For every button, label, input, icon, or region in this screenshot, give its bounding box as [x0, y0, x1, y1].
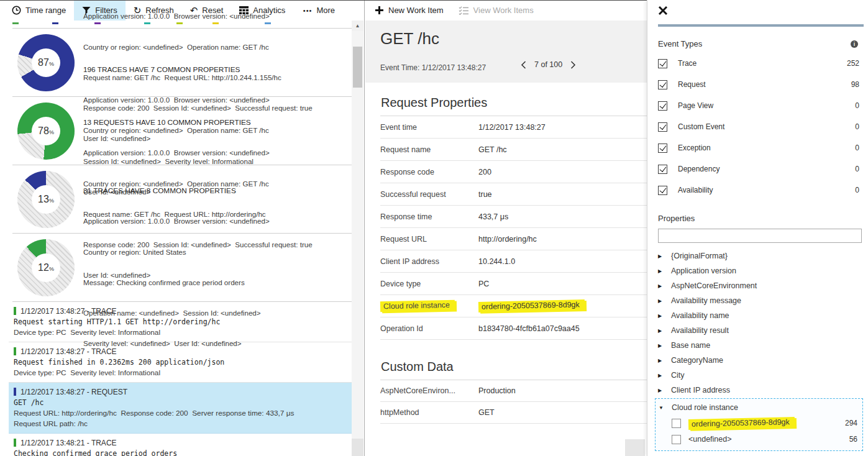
- tree-node[interactable]: ▶Availability message: [658, 293, 863, 308]
- group-line: Country or region: United States: [83, 247, 270, 257]
- yellow-highlight: ordering-2050537869-8d9gk: [688, 417, 795, 430]
- next-event-button[interactable]: [570, 61, 576, 69]
- tree-node-expanded-header[interactable]: ▼Cloud role instance: [659, 400, 859, 415]
- chevron-right-icon: ▶: [658, 268, 664, 274]
- checkbox-unchecked[interactable]: [672, 435, 681, 444]
- event-type-request[interactable]: Request 98: [658, 74, 863, 95]
- checkbox-checked[interactable]: [658, 122, 667, 132]
- donut-chart-12pct: 12%: [17, 239, 75, 296]
- table-row: Operation Id b1834780-4fcfb61a07c9aa45: [380, 317, 647, 340]
- results-scrollbar[interactable]: ▲: [352, 21, 363, 456]
- previous-event-button[interactable]: [521, 61, 526, 69]
- table-row: Event time 1/12/2017 13:48:27: [380, 116, 647, 139]
- tree-node[interactable]: ▶Availability name: [658, 308, 863, 323]
- log-timestamp: 1/12/2017 13:48:27 - TRACE: [21, 347, 117, 356]
- scrollbar-thumb[interactable]: [353, 47, 362, 88]
- table-row: Client IP address 10.244.1.0: [380, 250, 647, 273]
- donut-center: 87%: [32, 48, 60, 77]
- pager-position: 7 of 100: [534, 60, 562, 69]
- row-label: Request name: [380, 145, 478, 154]
- detail-content: Request Properties Event time 1/12/2017 …: [365, 96, 647, 424]
- timeline-tick: [176, 22, 183, 24]
- table-row: Successful request true: [380, 183, 647, 206]
- row-value: b1834780-4fcfb61a07c9aa45: [478, 324, 580, 333]
- tree-node[interactable]: ▶Base name: [658, 338, 863, 353]
- row-label: httpMethod: [380, 408, 478, 417]
- properties-tree: ▶{OriginalFormat} ▶Application version ▶…: [658, 249, 863, 456]
- detail-toolbar: New Work Item View Work Items: [365, 0, 647, 21]
- event-type-page-view[interactable]: Page View 0: [658, 95, 863, 116]
- row-value: GET: [478, 408, 495, 417]
- chevron-right-icon: ▶: [658, 328, 664, 334]
- log-message: GET /hc: [14, 398, 349, 408]
- info-icon[interactable]: i: [851, 40, 858, 48]
- row-label: AspNetCoreEnviron...: [380, 386, 478, 395]
- tree-node[interactable]: ▶{OriginalFormat}: [658, 249, 863, 263]
- detail-header: GET /hc Event Time: 1/12/2017 13:48:27 7…: [365, 21, 647, 83]
- table-row: Request name GET /hc: [380, 139, 647, 161]
- severity-bar: [14, 388, 16, 396]
- log-header: 1/12/2017 13:48:27 - REQUEST: [14, 387, 349, 398]
- row-label: Successful request: [380, 190, 478, 199]
- group-text: 31 TRACES HAVE 8 COMMON PROPERTIES Appli…: [83, 165, 270, 369]
- checkbox-unchecked[interactable]: [672, 419, 681, 428]
- row-value: PC: [478, 280, 489, 288]
- plus-icon: [375, 6, 383, 14]
- row-value: 10.244.1.0: [478, 257, 515, 266]
- close-filters-button[interactable]: [657, 5, 670, 17]
- log-entry-request-selected[interactable]: 1/12/2017 13:48:27 - REQUEST GET /hc Req…: [9, 383, 354, 434]
- tree-node[interactable]: ▶Client IP address: [658, 383, 863, 398]
- tree-node[interactable]: ▶AspNetCoreEnvironment: [658, 278, 863, 293]
- severity-bar: [14, 347, 16, 355]
- timeline-tick: [94, 22, 101, 24]
- row-value: GET /hc: [478, 145, 507, 154]
- event-type-dependency[interactable]: Dependency 0: [658, 158, 863, 180]
- chevron-down-icon: ▼: [659, 405, 665, 411]
- log-entry-trace[interactable]: 1/12/2017 13:48:21 - TRACE Checking conf…: [9, 434, 354, 456]
- row-value: 433,7 μs: [478, 212, 508, 221]
- event-count: 0: [855, 186, 859, 194]
- event-type-availability[interactable]: Availability 0: [658, 180, 863, 201]
- log-header: 1/12/2017 13:48:21 - TRACE: [14, 438, 349, 449]
- event-type-exception[interactable]: Exception 0: [658, 137, 863, 158]
- event-type-trace[interactable]: Trace 252: [658, 53, 863, 74]
- checkbox-checked[interactable]: [658, 59, 667, 68]
- checkbox-checked[interactable]: [658, 80, 667, 89]
- view-work-items-button[interactable]: View Work Items: [459, 6, 534, 15]
- timeline-tick-strip: [0, 21, 364, 26]
- yellow-highlight: Cloud role instance: [380, 300, 455, 312]
- checkbox-checked[interactable]: [658, 144, 667, 153]
- new-work-item-button[interactable]: New Work Item: [375, 6, 444, 15]
- group-title: 13 REQUESTS HAVE 10 COMMON PROPERTIES: [83, 117, 313, 127]
- event-type-custom-event[interactable]: Custom Event 0: [658, 116, 863, 137]
- more-label: More: [316, 6, 335, 15]
- time-range-label: Time range: [25, 6, 66, 15]
- scrollbar-up-arrow[interactable]: ▲: [352, 21, 363, 31]
- detail-scrollbar-corner[interactable]: [624, 438, 645, 456]
- scrollbar-down-button[interactable]: [352, 439, 363, 456]
- new-work-item-label: New Work Item: [388, 6, 444, 15]
- checkbox-checked[interactable]: [658, 101, 667, 111]
- row-value: Production: [478, 386, 516, 395]
- tree-node[interactable]: ▶City: [658, 368, 863, 383]
- group-title: 31 TRACES HAVE 8 COMMON PROPERTIES: [83, 186, 270, 196]
- tree-node[interactable]: ▶CategoryName: [658, 353, 863, 368]
- table-row-cloud-role-instance: Cloud role instance ordering-2050537869-…: [380, 295, 647, 317]
- tree-child-value[interactable]: <undefined> 56: [659, 431, 859, 447]
- time-range-button[interactable]: Time range: [4, 0, 74, 21]
- event-type-list: Trace 252 Request 98 Page View 0 Custom …: [658, 53, 863, 201]
- percent-unit: %: [49, 266, 54, 272]
- group-line: Message: Checking confirmed grace period…: [83, 278, 270, 288]
- checkbox-checked[interactable]: [658, 165, 667, 174]
- properties-search-input[interactable]: [658, 229, 862, 243]
- event-count: 0: [855, 144, 859, 152]
- tree-node[interactable]: ▶Application version: [658, 263, 863, 278]
- row-label: Cloud role instance: [380, 301, 478, 311]
- tree-child-value[interactable]: ordering-2050537869-8d9gk 294: [659, 415, 859, 431]
- common-properties-groups: 87% 85 REQUESTS HAVE 10 COMMON PROPERTIE…: [0, 29, 364, 302]
- checkbox-checked[interactable]: [658, 186, 667, 195]
- log-entry-list: 1/12/2017 13:48:27 - TRACE Request start…: [0, 302, 364, 456]
- tree-node[interactable]: ▶ContentType: [658, 452, 863, 456]
- row-label: Response time: [380, 212, 478, 221]
- tree-node[interactable]: ▶Availability result: [658, 323, 863, 338]
